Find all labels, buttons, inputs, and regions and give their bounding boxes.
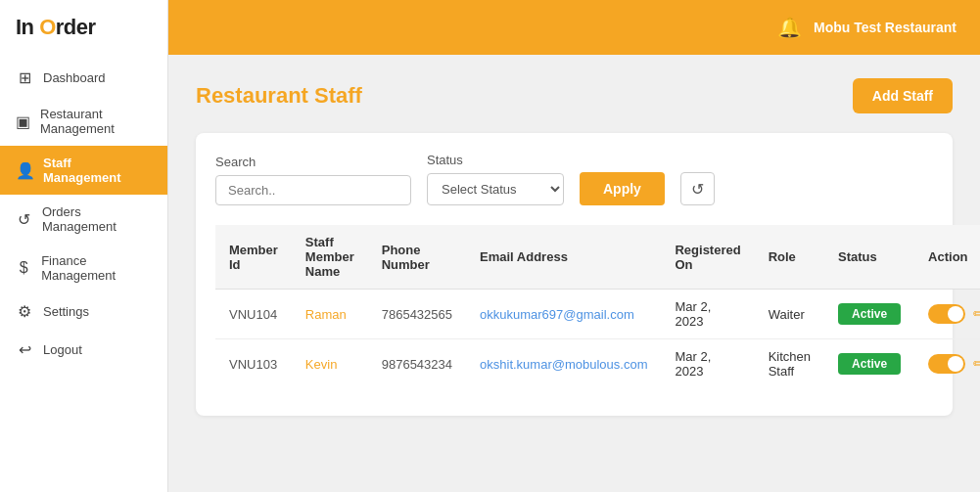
- cell-registered: Mar 2, 2023: [661, 290, 754, 339]
- search-label: Search: [215, 155, 411, 169]
- edit-icon[interactable]: ✏: [973, 305, 980, 323]
- cell-phone: 7865432565: [368, 290, 466, 339]
- status-badge: Active: [838, 303, 901, 325]
- action-cell: ✏ 🗑: [928, 304, 980, 324]
- main-area: 🔔 Mobu Test Restaurant Restaurant Staff …: [168, 0, 980, 492]
- sidebar: In Order ⊞ Dashboard ▣ Restaurant Manage…: [0, 0, 168, 492]
- col-role: Role: [755, 225, 824, 290]
- sidebar-item-staff-management[interactable]: 👤 Staff Management: [0, 146, 167, 195]
- cell-role: Kitchen Staff: [755, 339, 824, 389]
- sidebar-item-label: Orders Management: [42, 204, 152, 234]
- dashboard-icon: ⊞: [16, 68, 33, 87]
- settings-icon: ⚙: [16, 302, 33, 321]
- status-filter-group: Status Select Status Active Inactive: [427, 153, 564, 205]
- status-toggle[interactable]: [928, 354, 965, 374]
- col-action: Action: [914, 225, 980, 290]
- col-status: Status: [824, 225, 914, 290]
- restaurant-icon: ▣: [16, 112, 30, 131]
- sidebar-nav: ⊞ Dashboard ▣ Restaurant Management 👤 St…: [0, 55, 167, 492]
- sidebar-item-label: Settings: [43, 304, 89, 319]
- sidebar-item-label: Staff Management: [43, 156, 152, 185]
- cell-phone: 9876543234: [368, 339, 466, 389]
- page-header: Restaurant Staff Add Staff: [196, 78, 953, 113]
- table-row: VNU104 Raman 7865432565 okkukumar697@gma…: [215, 290, 980, 339]
- action-cell: ✏ 🗑: [928, 354, 980, 374]
- sidebar-item-logout[interactable]: ↩ Logout: [0, 331, 167, 369]
- status-select[interactable]: Select Status Active Inactive: [427, 173, 564, 205]
- sidebar-item-label: Logout: [43, 342, 82, 357]
- orders-icon: ↺: [16, 210, 32, 229]
- col-staff-name: Staff Member Name: [292, 225, 368, 290]
- page-title: Restaurant Staff: [196, 83, 362, 109]
- sidebar-item-finance-management[interactable]: $ Finance Management: [0, 244, 167, 292]
- search-filter-group: Search: [215, 155, 411, 205]
- sidebar-item-label: Finance Management: [41, 253, 152, 283]
- sidebar-item-dashboard[interactable]: ⊞ Dashboard: [0, 59, 167, 97]
- staff-icon: 👤: [16, 161, 33, 180]
- cell-staff-name[interactable]: Kevin: [292, 339, 368, 389]
- cell-action: ✏ 🗑: [914, 290, 980, 339]
- apply-button[interactable]: Apply: [580, 172, 665, 205]
- col-email: Email Address: [466, 225, 661, 290]
- cell-action: ✏ 🗑: [914, 339, 980, 389]
- staff-table: Member Id Staff Member Name Phone Number…: [215, 225, 980, 388]
- cell-email[interactable]: okkukumar697@gmail.com: [466, 290, 661, 339]
- cell-member-id: VNU104: [215, 290, 292, 339]
- search-input[interactable]: [215, 175, 411, 205]
- edit-icon[interactable]: ✏: [973, 355, 980, 373]
- topbar: 🔔 Mobu Test Restaurant: [168, 0, 980, 55]
- sidebar-item-label: Restaurant Management: [40, 107, 152, 136]
- cell-role: Waiter: [755, 290, 824, 339]
- reset-icon: ↺: [691, 180, 704, 199]
- cell-member-id: VNU103: [215, 339, 292, 389]
- cell-registered: Mar 2, 2023: [661, 339, 754, 389]
- cell-email[interactable]: okshit.kumar@mobulous.com: [466, 339, 661, 389]
- reset-button[interactable]: ↺: [680, 172, 715, 205]
- table-row: VNU103 Kevin 9876543234 okshit.kumar@mob…: [215, 339, 980, 389]
- status-badge: Active: [838, 353, 901, 375]
- sidebar-item-label: Dashboard: [43, 70, 106, 85]
- sidebar-item-orders-management[interactable]: ↺ Orders Management: [0, 195, 167, 244]
- cell-status: Active: [824, 290, 914, 339]
- search-card: Search Status Select Status Active Inact…: [196, 133, 953, 416]
- logout-icon: ↩: [16, 340, 33, 359]
- finance-icon: $: [16, 259, 31, 277]
- sidebar-item-restaurant-management[interactable]: ▣ Restaurant Management: [0, 97, 167, 146]
- col-registered: Registered On: [661, 225, 754, 290]
- add-staff-button[interactable]: Add Staff: [853, 78, 953, 113]
- cell-staff-name[interactable]: Raman: [292, 290, 368, 339]
- cell-status: Active: [824, 339, 914, 389]
- content-body: Restaurant Staff Add Staff Search Status…: [168, 55, 980, 492]
- restaurant-name: Mobu Test Restaurant: [814, 20, 957, 35]
- status-label: Status: [427, 153, 564, 167]
- col-member-id: Member Id: [215, 225, 292, 290]
- table-header-row: Member Id Staff Member Name Phone Number…: [215, 225, 980, 290]
- filter-row: Search Status Select Status Active Inact…: [215, 153, 933, 205]
- sidebar-item-settings[interactable]: ⚙ Settings: [0, 292, 167, 331]
- col-phone: Phone Number: [368, 225, 466, 290]
- notification-bell-icon[interactable]: 🔔: [777, 16, 802, 39]
- logo: In Order: [0, 0, 167, 55]
- logo-text: In Order: [16, 15, 96, 40]
- status-toggle[interactable]: [928, 304, 965, 324]
